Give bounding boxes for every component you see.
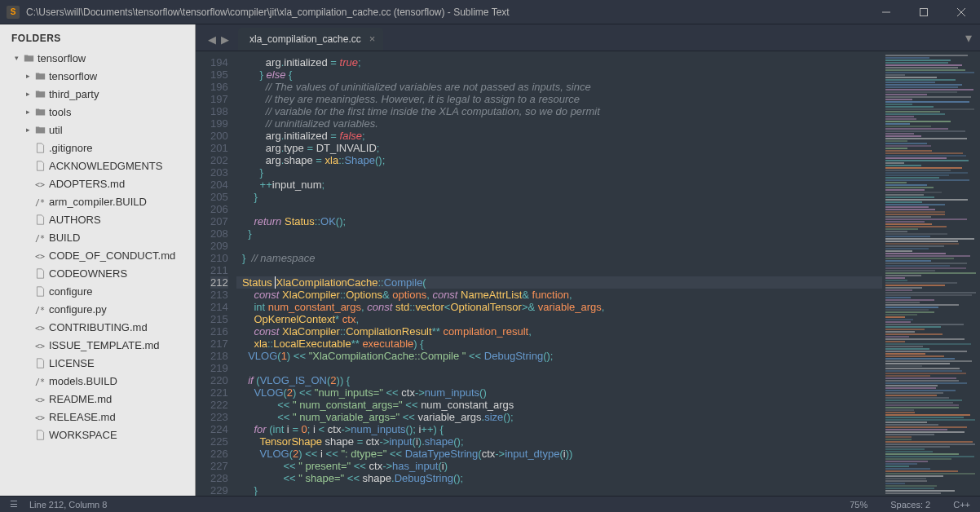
- file-item[interactable]: <>README.md: [0, 390, 195, 408]
- folder-sidebar[interactable]: FOLDERS ▾tensorflow▸tensorflow▸third_par…: [0, 24, 196, 496]
- svg-rect-1: [920, 8, 928, 15]
- file-item[interactable]: configure: [0, 282, 195, 300]
- file-item[interactable]: .gitignore: [0, 139, 195, 157]
- folder-item[interactable]: ▸tools: [0, 103, 195, 121]
- tab-close-icon[interactable]: ×: [369, 33, 376, 45]
- file-item[interactable]: /*configure.py: [0, 300, 195, 318]
- status-bar: ☰ Line 212, Column 8 75% Spaces: 2 C++: [0, 496, 980, 512]
- file-item[interactable]: <>CODE_OF_CONDUCT.md: [0, 246, 195, 264]
- folder-root[interactable]: ▾tensorflow: [0, 49, 195, 67]
- line-gutter: 1941951961971981992002012022032042052062…: [196, 51, 236, 496]
- window-title: C:\Users\will\Documents\tensorflow\tenso…: [26, 7, 867, 18]
- file-item[interactable]: AUTHORS: [0, 210, 195, 228]
- sidebar-header: FOLDERS: [0, 29, 195, 49]
- folder-item[interactable]: ▸tensorflow: [0, 67, 195, 85]
- code-editor[interactable]: 1941951961971981992002012022032042052062…: [196, 51, 882, 496]
- minimap[interactable]: [882, 51, 980, 496]
- file-item[interactable]: /*BUILD: [0, 228, 195, 246]
- nav-back-icon[interactable]: ◀: [208, 33, 216, 46]
- file-item[interactable]: CODEOWNERS: [0, 264, 195, 282]
- tab-bar: ◀ ▶ xla_compilation_cache.cc × ▾: [196, 24, 980, 51]
- file-item[interactable]: <>CONTRIBUTING.md: [0, 318, 195, 336]
- file-item[interactable]: <>ADOPTERS.md: [0, 174, 195, 192]
- language-mode[interactable]: C++: [953, 500, 970, 510]
- file-item[interactable]: LICENSE: [0, 354, 195, 372]
- cursor-position[interactable]: Line 212, Column 8: [29, 500, 107, 510]
- code-content[interactable]: arg.initialized = true; } else { // The …: [236, 51, 882, 496]
- folder-item[interactable]: ▸util: [0, 121, 195, 139]
- tab-label: xla_compilation_cache.cc: [249, 33, 361, 45]
- file-item[interactable]: /*arm_compiler.BUILD: [0, 192, 195, 210]
- maximize-button[interactable]: [905, 0, 942, 24]
- nav-forward-icon[interactable]: ▶: [221, 33, 229, 46]
- indent-setting[interactable]: Spaces: 2: [890, 500, 930, 510]
- app-logo: S: [7, 6, 20, 19]
- file-item[interactable]: ACKNOWLEDGMENTS: [0, 157, 195, 174]
- titlebar: S C:\Users\will\Documents\tensorflow\ten…: [0, 0, 980, 24]
- tab-menu-icon[interactable]: ▾: [957, 30, 980, 51]
- minimize-button[interactable]: [867, 0, 905, 24]
- file-item[interactable]: WORKSPACE: [0, 426, 195, 444]
- file-tab[interactable]: xla_compilation_cache.cc ×: [238, 28, 383, 51]
- file-item[interactable]: /*models.BUILD: [0, 372, 195, 390]
- close-button[interactable]: [942, 0, 980, 24]
- folder-item[interactable]: ▸third_party: [0, 85, 195, 103]
- zoom-level[interactable]: 75%: [850, 500, 867, 510]
- menu-icon[interactable]: ☰: [10, 499, 18, 510]
- file-item[interactable]: <>ISSUE_TEMPLATE.md: [0, 336, 195, 354]
- file-item[interactable]: <>RELEASE.md: [0, 408, 195, 426]
